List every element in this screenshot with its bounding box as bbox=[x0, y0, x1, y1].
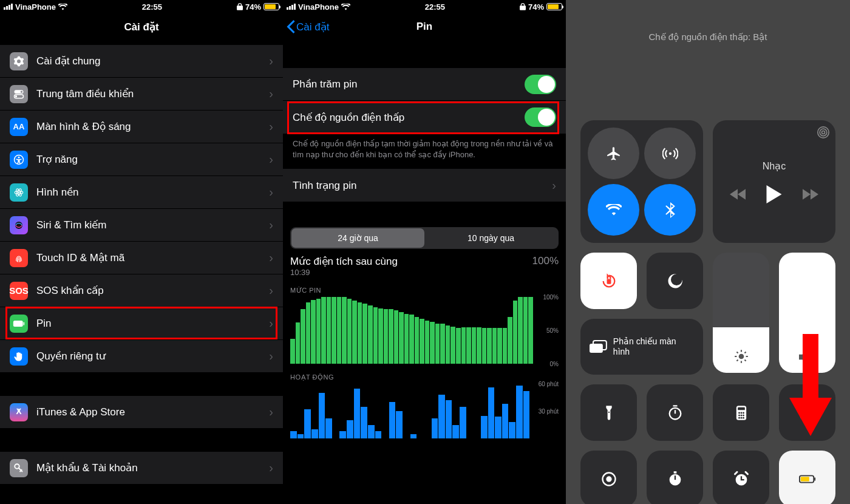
svg-rect-11 bbox=[13, 321, 23, 327]
svg-point-32 bbox=[738, 417, 740, 418]
svg-rect-21 bbox=[590, 344, 603, 353]
prev-track-icon[interactable] bbox=[730, 188, 746, 200]
row-label: Trợ năng bbox=[36, 153, 269, 166]
svg-point-30 bbox=[740, 414, 742, 416]
svg-rect-25 bbox=[738, 407, 745, 410]
settings-row-control-center[interactable]: Trung tâm điều khiển › bbox=[0, 78, 283, 111]
bluetooth-button[interactable] bbox=[644, 184, 696, 236]
time-range-segmented-control[interactable]: 24 giờ qua 10 ngày qua bbox=[290, 227, 559, 249]
battery-percentage-row[interactable]: Phần trăm pin bbox=[283, 68, 566, 101]
svg-point-14 bbox=[668, 152, 671, 154]
text-size-icon: AA bbox=[10, 118, 28, 136]
settings-row-passwords[interactable]: Mật khẩu & Tài khoản › bbox=[0, 452, 283, 485]
chevron-right-icon: › bbox=[269, 218, 273, 232]
flashlight-button[interactable] bbox=[580, 384, 637, 441]
settings-row-privacy[interactable]: Quyền riêng tư › bbox=[0, 340, 283, 373]
svg-point-28 bbox=[743, 412, 744, 414]
settings-row-touchid[interactable]: Touch ID & Mật mã › bbox=[0, 242, 283, 274]
chevron-left-icon bbox=[287, 20, 295, 33]
cellular-data-button[interactable] bbox=[644, 128, 696, 179]
battery-row-icon bbox=[10, 315, 28, 333]
svg-point-3 bbox=[15, 95, 17, 97]
battery-percentage-toggle[interactable] bbox=[525, 75, 556, 94]
airplane-mode-button[interactable] bbox=[588, 128, 639, 179]
settings-row-accessibility[interactable]: Trợ năng › bbox=[0, 143, 283, 176]
low-power-mode-toggle[interactable] bbox=[525, 107, 556, 127]
chevron-right-icon: › bbox=[552, 179, 556, 192]
settings-row-sos[interactable]: SOS SOS khẩn cấp › bbox=[0, 274, 283, 307]
navbar: Cài đặt Pin bbox=[283, 13, 566, 40]
orientation-lock-button[interactable] bbox=[580, 253, 637, 309]
chevron-right-icon: › bbox=[269, 120, 273, 134]
svg-point-10 bbox=[15, 222, 22, 229]
calculator-button[interactable] bbox=[713, 384, 769, 441]
orientation-lock-icon bbox=[237, 3, 243, 10]
y-label: 60 phút bbox=[539, 381, 559, 387]
wifi-button[interactable] bbox=[588, 184, 639, 236]
row-label: Siri & Tìm kiếm bbox=[36, 219, 269, 231]
do-not-disturb-button[interactable] bbox=[647, 253, 703, 309]
screen-mirroring-button[interactable]: Phản chiếu màn hình bbox=[580, 319, 703, 375]
next-track-icon[interactable] bbox=[803, 188, 818, 200]
svg-point-6 bbox=[18, 191, 20, 193]
row-label: Quyền riêng tư bbox=[36, 350, 269, 363]
play-icon[interactable] bbox=[766, 185, 782, 203]
battery-settings-screen: VinaPhone 22:55 74% Cài đặt Pin Phần tră… bbox=[283, 0, 566, 504]
brightness-slider[interactable] bbox=[713, 253, 769, 373]
chevron-right-icon: › bbox=[269, 461, 273, 475]
low-power-mode-button[interactable] bbox=[779, 451, 835, 504]
row-label: iTunes & App Store bbox=[36, 406, 269, 418]
tab-24h[interactable]: 24 giờ qua bbox=[291, 228, 424, 248]
svg-rect-39 bbox=[673, 471, 676, 474]
stopwatch-button[interactable] bbox=[647, 451, 703, 504]
siri-icon bbox=[10, 216, 28, 234]
svg-point-22 bbox=[608, 411, 609, 412]
back-button[interactable]: Cài đặt bbox=[287, 20, 329, 33]
alarm-button[interactable] bbox=[713, 451, 769, 504]
back-label: Cài đặt bbox=[296, 21, 329, 33]
battery-icon bbox=[264, 3, 279, 10]
screen-record-button[interactable] bbox=[580, 451, 637, 504]
row-label: Phần trăm pin bbox=[293, 78, 525, 90]
battery-level-header: MỨC PIN bbox=[290, 287, 559, 295]
chevron-right-icon: › bbox=[269, 152, 273, 166]
volume-slider[interactable] bbox=[779, 253, 835, 373]
navbar: Cài đặt bbox=[0, 13, 283, 40]
mirror-label: Phản chiếu màn hình bbox=[613, 336, 695, 357]
chevron-right-icon: › bbox=[269, 251, 273, 265]
settings-row-siri[interactable]: Siri & Tìm kiếm › bbox=[0, 209, 283, 242]
svg-point-5 bbox=[18, 156, 20, 158]
hand-icon bbox=[10, 347, 28, 366]
wifi-icon bbox=[58, 4, 67, 10]
low-power-mode-row[interactable]: Chế độ nguồn điện thấp bbox=[283, 101, 566, 134]
settings-row-itunes[interactable]: iTunes & App Store › bbox=[0, 396, 283, 429]
row-label: Chế độ nguồn điện thấp bbox=[293, 111, 525, 124]
page-title: Pin bbox=[416, 21, 432, 33]
switches-icon bbox=[10, 85, 28, 103]
row-label: Pin bbox=[36, 318, 269, 330]
volume-icon bbox=[779, 350, 835, 364]
svg-point-19 bbox=[738, 354, 744, 359]
svg-point-27 bbox=[740, 412, 742, 414]
settings-row-display[interactable]: AA Màn hình & Độ sáng › bbox=[0, 111, 283, 143]
camera-button[interactable] bbox=[779, 384, 835, 441]
settings-row-general[interactable]: Cài đặt chung › bbox=[0, 45, 283, 78]
settings-row-battery[interactable]: Pin › bbox=[0, 307, 283, 340]
svg-rect-42 bbox=[814, 477, 815, 481]
control-center-screen: Chế độ nguồn điện thấp: Bật Nhạc bbox=[566, 0, 850, 504]
tab-10d[interactable]: 10 ngày qua bbox=[424, 228, 557, 248]
timer-button[interactable] bbox=[647, 384, 703, 441]
music-tile[interactable]: Nhạc bbox=[713, 120, 835, 243]
key-icon bbox=[10, 459, 28, 477]
last-charge-label: Mức điện tích sau cùng bbox=[290, 255, 559, 268]
battery-health-row[interactable]: Tình trạng pin › bbox=[283, 169, 566, 202]
settings-row-wallpaper[interactable]: Hình nền › bbox=[0, 176, 283, 209]
chevron-right-icon: › bbox=[269, 185, 273, 199]
clock: 22:55 bbox=[425, 2, 445, 12]
svg-point-2 bbox=[21, 90, 22, 92]
music-title: Nhạc bbox=[763, 160, 786, 172]
signal-icon bbox=[287, 4, 296, 10]
page-title: Cài đặt bbox=[124, 21, 158, 33]
control-center-grid: Nhạc Phản chiế bbox=[580, 120, 835, 504]
gear-icon bbox=[10, 52, 28, 70]
